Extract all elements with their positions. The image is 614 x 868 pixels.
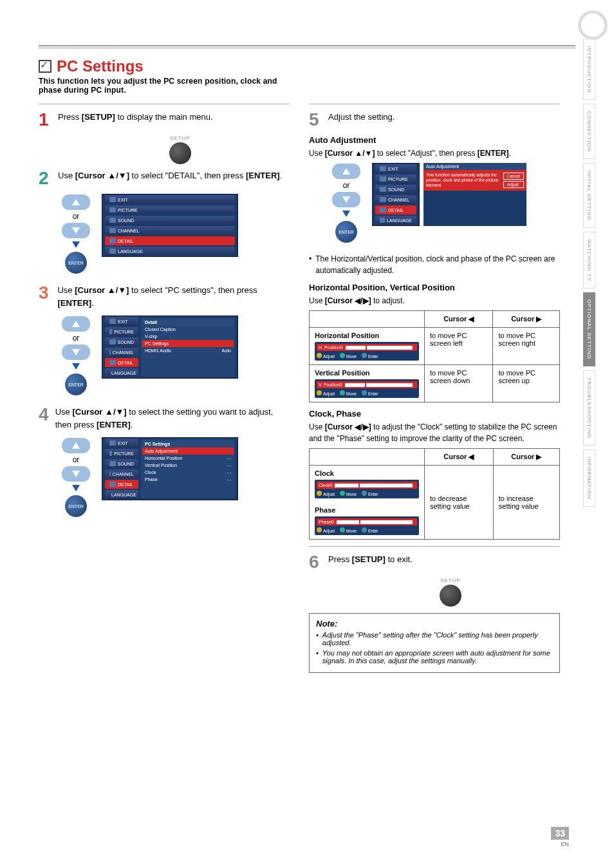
step-2: 2 Use [Cursor ▲/▼] to select "DETAIL", t… [39, 169, 290, 187]
osd-row-clock: Clock- - [142, 469, 234, 476]
osd-language: LANGUAGE [105, 490, 138, 499]
osd-pcset-menu: EXIT PICTURE SOUND CHANNEL DETAIL LANGUA… [102, 437, 238, 500]
col-line-right2 [309, 546, 560, 547]
step3-text: Use [Cursor ▲/▼] to select "PC settings"… [57, 284, 290, 309]
osd-exit: EXIT [105, 317, 138, 326]
hv-table: Cursor ◀Cursor ▶ Horizontal Position H. … [309, 310, 560, 402]
osd-row-hdmi: HDMI1 AudioAuto [142, 347, 234, 354]
osd-pcset-head: PC Settings [142, 440, 234, 448]
nav-buttons-2: or ENTER [62, 194, 90, 274]
step6-text: Press [SETUP] to exit. [328, 553, 413, 566]
clock-label: Clock [315, 469, 419, 477]
tab-connection: CONNECTION [583, 104, 595, 159]
cursor-down-icon [62, 223, 90, 238]
note-2: You may not obtain an appropriate screen… [322, 649, 553, 665]
hpos-label: Horizontal Position [315, 332, 419, 339]
auto-osd-msg: This function automatically adjusts the … [426, 173, 499, 187]
osd-sound: SOUND [105, 216, 235, 225]
table-row: Vertical Position V. Position0 AdjustMov… [310, 365, 560, 402]
osd-exit: EXIT [105, 439, 138, 448]
vpos-osd: V. Position0 AdjustMoveEnter [315, 379, 419, 398]
osd-detail: DETAIL [105, 480, 138, 489]
or-text: or [73, 455, 80, 464]
tab-watching: WATCHING TV [583, 232, 595, 288]
setup-label-6: SETUP [440, 578, 461, 583]
hpos-osd: H. Position0 AdjustMoveEnter [315, 342, 419, 361]
tab-trouble: TROUBLESHOOTING [583, 370, 595, 446]
auto-adj-para: Use [Cursor ▲/▼] to select "Adjust", the… [309, 147, 560, 159]
osd-detail-menu: EXIT PICTURE SOUND CHANNEL DETAIL LANGUA… [102, 316, 238, 379]
osd-picture: PICTURE [105, 449, 138, 458]
osd-picture: PICTURE [375, 175, 416, 184]
tab-initial: INITIAL SETTING [583, 163, 595, 228]
osd-row-pcset: PC Settings [142, 340, 234, 347]
note-head: Note: [316, 619, 553, 628]
osd-sound: SOUND [375, 185, 416, 194]
cursor-down-icon [62, 466, 90, 482]
note-1: Adjust the "Phase" setting after the "Cl… [322, 631, 553, 646]
osd-row-cc: Closed Caption [142, 326, 234, 333]
or-text: or [73, 334, 80, 343]
col-line-right [309, 104, 560, 104]
col-line-left [39, 104, 290, 104]
osd-picture: PICTURE [105, 205, 235, 214]
osd-channel: CHANNEL [105, 348, 138, 357]
phase-label: Phase [315, 506, 419, 514]
arrow-down-icon [342, 211, 350, 217]
step2-text: Use [Cursor ▲/▼] to select "DETAIL", the… [58, 169, 282, 182]
page-corner-orb [578, 10, 608, 40]
osd-row-vpos: Vertical Position- - [142, 462, 234, 469]
cursor-up-icon [62, 194, 90, 210]
osd-row-vchip: V-chip [142, 333, 234, 340]
arrow-down-icon [72, 363, 80, 370]
osd-sound: SOUND [105, 459, 138, 468]
auto-adj-head: Auto Adjustment [309, 135, 560, 145]
step-1: 1 Press [SETUP] to display the main menu… [39, 111, 290, 129]
osd-channel: CHANNEL [375, 195, 416, 204]
note-box: Note: •Adjust the "Phase" setting after … [309, 613, 560, 673]
step-num-4: 4 [39, 406, 49, 424]
setup-label-1: SETUP [170, 135, 191, 141]
osd-detail: DETAIL [105, 236, 235, 245]
step-6: 6 Press [SETUP] to exit. [309, 553, 560, 571]
step5-text: Adjust the setting. [328, 111, 395, 124]
cp-right-effect: to increase setting value [493, 466, 559, 540]
step-num-2: 2 [39, 169, 51, 187]
cursor-down-icon [62, 344, 90, 360]
step-num-3: 3 [39, 284, 51, 302]
osd-language: LANGUAGE [105, 247, 235, 256]
th-cursor-right: Cursor ▶ [493, 311, 560, 328]
clock-osd: Clock0 AdjustMoveEnter [315, 480, 419, 498]
osd-exit: EXIT [375, 164, 416, 173]
hpos-right-effect: to move PC screen right [493, 328, 560, 365]
arrow-down-icon [72, 241, 80, 248]
th-cursor-right: Cursor ▶ [493, 449, 559, 466]
step1-text: Press [SETUP] to display the main menu. [58, 111, 213, 124]
osd-picture: PICTURE [105, 327, 138, 336]
step4-text: Use [Cursor ▲/▼] to select the setting y… [55, 406, 290, 431]
step-4: 4 Use [Cursor ▲/▼] to select the setting… [39, 406, 290, 431]
enter-button-icon: ENTER [65, 495, 87, 517]
page-subtitle: This function lets you adjust the PC scr… [39, 77, 296, 95]
section-tabs: INTRODUCTION CONNECTION INITIAL SETTING … [583, 39, 614, 511]
tab-optional: OPTIONAL SETTING [583, 292, 595, 366]
osd-detail: DETAIL [105, 358, 138, 367]
cursor-up-icon [332, 164, 360, 179]
osd-row-phase: Phase- - [142, 476, 234, 483]
step-num-1: 1 [39, 111, 51, 129]
rule-thin [39, 48, 575, 48]
step-num-5: 5 [309, 111, 322, 129]
phase-osd: Phase0 AdjustMoveEnter [315, 516, 419, 535]
page-footer: 33 EN [551, 827, 569, 847]
cp-table: Cursor ◀Cursor ▶ Clock Clock0 AdjustMove… [309, 448, 560, 540]
or-text: or [343, 181, 350, 190]
page-number: 33 [551, 827, 569, 840]
step-num-6: 6 [309, 553, 322, 571]
osd-detail-head: Detail [142, 319, 234, 326]
setup-button-icon [169, 142, 191, 164]
vpos-left-effect: to move PC screen down [424, 365, 493, 402]
enter-button-icon: ENTER [65, 252, 87, 274]
page-lang: EN [561, 841, 569, 847]
th-cursor-left: Cursor ◀ [424, 449, 493, 466]
enter-button-icon: ENTER [65, 373, 87, 395]
